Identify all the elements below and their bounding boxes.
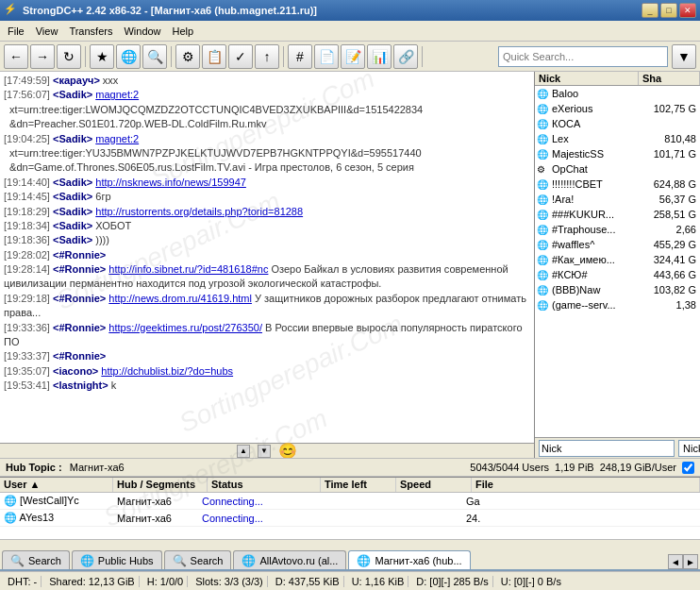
user-share: 258,51 G bbox=[637, 209, 698, 220]
tab-nav-right[interactable]: ► bbox=[683, 554, 698, 569]
user-icon: 🌐 bbox=[537, 300, 550, 311]
user-row[interactable]: 🌐КOCA bbox=[535, 116, 700, 131]
chat-scroll-controls: ▲ ▼ 😊 bbox=[0, 443, 534, 458]
toolbar-forward[interactable]: → bbox=[30, 44, 55, 69]
toolbar-finished[interactable]: ✓ bbox=[228, 44, 253, 69]
menu-file[interactable]: File bbox=[2, 24, 30, 39]
chat-panel: [17:49:59] <карауч> xxx [17:56:07] <Sadi… bbox=[0, 72, 535, 458]
user-row[interactable]: 🌐###KUKUR...258,51 G bbox=[535, 207, 700, 222]
th-user[interactable]: User ▲ bbox=[0, 478, 113, 492]
tab-search1-label: Search bbox=[28, 555, 61, 566]
user-filter-input[interactable] bbox=[539, 440, 675, 457]
user-nick: #КСЮ# bbox=[552, 269, 637, 280]
toolbar-queue[interactable]: 📋 bbox=[202, 44, 226, 69]
tab-search1[interactable]: 🔍 Search bbox=[2, 550, 70, 569]
toolbar-favorite[interactable]: ★ bbox=[90, 44, 114, 69]
chat-msg: [19:33:36] <#Ronnie> https://geektimes.r… bbox=[4, 321, 530, 350]
th-speed[interactable]: Speed bbox=[396, 478, 472, 492]
toolbar-sep2 bbox=[171, 46, 172, 67]
chat-link[interactable]: http://news.drom.ru/41619.html bbox=[108, 293, 252, 304]
user-row[interactable]: ⚙OpChat bbox=[535, 161, 700, 177]
menu-window[interactable]: Window bbox=[118, 24, 166, 39]
quick-search-dropdown[interactable]: ▼ bbox=[672, 44, 696, 69]
hub-user-share: 248,19 GiB/User bbox=[600, 462, 676, 473]
tr-user: 🌐 [WestCall]Yc bbox=[2, 495, 115, 507]
user-row[interactable]: 🌐#КСЮ#443,66 G bbox=[535, 267, 700, 282]
user-row[interactable]: 🌐#Как_имею...324,41 G bbox=[535, 252, 700, 267]
user-share: 1,38 bbox=[637, 299, 698, 311]
tab-allavtovo[interactable]: 🌐 AllAvtovo.ru (al... bbox=[233, 550, 346, 569]
user-row[interactable]: 🌐#Traphouse...2,66 bbox=[535, 222, 700, 237]
chat-link[interactable]: http://nsknews.info/news/159947 bbox=[95, 177, 246, 188]
scroll-down-btn[interactable]: ▼ bbox=[258, 445, 271, 458]
tab-pubhubs[interactable]: 🌐 Public Hubs bbox=[72, 550, 162, 569]
toolbar-filelists[interactable]: 📄 bbox=[314, 44, 339, 69]
tab-bar: 🔍 Search 🌐 Public Hubs 🔍 Search 🌐 AllAvt… bbox=[0, 550, 700, 571]
chat-link[interactable]: http://rustorrents.org/details.php?torid… bbox=[95, 206, 303, 217]
user-share: 324,41 G bbox=[637, 254, 698, 265]
user-icon: ⚙ bbox=[537, 164, 550, 175]
maximize-button[interactable]: □ bbox=[660, 3, 677, 18]
th-file[interactable]: File bbox=[472, 478, 700, 492]
user-nick: eXerious bbox=[552, 103, 637, 114]
chat-msg: [19:18:36] <Sadik> )))) bbox=[4, 233, 530, 247]
tr-user: 🌐 AYes13 bbox=[2, 512, 115, 524]
menu-view[interactable]: View bbox=[30, 24, 64, 39]
chat-link[interactable]: http://info.sibnet.ru/?id=481618#nc bbox=[108, 263, 268, 275]
chat-link[interactable]: magnet:2 bbox=[95, 133, 139, 144]
toolbar-search[interactable]: 🔍 bbox=[142, 44, 167, 69]
tr-hub: Магнит-ха6 bbox=[115, 496, 200, 507]
hub-status-bar: Hub Topic : Магнит-ха6 5043/5044 Users 1… bbox=[0, 458, 700, 477]
chat-link[interactable]: http://dchublist.biz/?do=hubs bbox=[101, 365, 233, 377]
toolbar-back[interactable]: ← bbox=[4, 44, 28, 69]
user-row[interactable]: 🌐MajesticSS101,71 G bbox=[535, 146, 700, 161]
user-row[interactable]: 🌐eXerious102,75 G bbox=[535, 101, 700, 116]
tab-search2[interactable]: 🔍 Search bbox=[164, 550, 232, 569]
menu-transfers[interactable]: Transfers bbox=[63, 24, 118, 39]
toolbar-reload[interactable]: ↻ bbox=[57, 44, 81, 69]
user-row[interactable]: 🌐!Ara!56,37 G bbox=[535, 192, 700, 207]
toolbar-sep3 bbox=[283, 46, 284, 67]
user-icon: 🌐 bbox=[537, 255, 550, 265]
toolbar-pubhubs[interactable]: 🌐 bbox=[116, 44, 141, 69]
chat-link[interactable]: magnet:2 bbox=[95, 89, 139, 100]
toolbar-net[interactable]: 🔗 bbox=[393, 44, 418, 69]
user-row[interactable]: 🌐Baloo bbox=[535, 86, 700, 101]
toolbar-hash[interactable]: # bbox=[288, 44, 312, 69]
user-row[interactable]: 🌐(BBB)Naw103,82 G bbox=[535, 282, 700, 297]
toolbar-upload[interactable]: ↑ bbox=[255, 44, 279, 69]
user-row[interactable]: 🌐#waffles^455,29 G bbox=[535, 237, 700, 252]
chat-msg: [19:28:02] <#Ronnie> bbox=[4, 248, 530, 262]
th-hub[interactable]: Hub / Segments bbox=[113, 478, 208, 492]
th-timeleft[interactable]: Time left bbox=[321, 478, 396, 492]
minimize-button[interactable]: _ bbox=[642, 3, 658, 18]
user-row[interactable]: 🌐Lex810,48 bbox=[535, 131, 700, 146]
th-status[interactable]: Status bbox=[208, 478, 321, 492]
user-row[interactable]: 🌐!!!!!!!!СВЕТ624,88 G bbox=[535, 177, 700, 192]
tab-magnet[interactable]: 🌐 Магнит-ха6 (hub... bbox=[348, 550, 470, 569]
toolbar-stats[interactable]: 📊 bbox=[367, 44, 392, 69]
menu-bar: File View Transfers Window Help bbox=[0, 21, 700, 42]
toolbar-settings[interactable]: ⚙ bbox=[175, 44, 200, 69]
quick-search-input[interactable] bbox=[498, 46, 668, 67]
user-panel: Nick Sha 🌐Baloo🌐eXerious102,75 G🌐КOCA🌐Le… bbox=[535, 72, 700, 458]
user-icon: 🌐 bbox=[537, 134, 550, 144]
hub-users: 5043/5044 Users bbox=[470, 462, 549, 473]
smiley-button[interactable]: 😊 bbox=[278, 442, 297, 458]
tab-nav-left[interactable]: ◄ bbox=[668, 554, 683, 569]
user-filter-dropdown[interactable]: Nick bbox=[678, 440, 700, 457]
close-button[interactable]: ✕ bbox=[679, 3, 696, 18]
user-share: 443,66 G bbox=[637, 269, 698, 280]
status-shared: Shared: 12,13 GiB bbox=[45, 576, 140, 587]
col-header-share[interactable]: Sha bbox=[639, 72, 700, 85]
toolbar-sep4 bbox=[422, 46, 423, 67]
quick-search-box: ▼ bbox=[498, 44, 696, 69]
scroll-up-btn[interactable]: ▲ bbox=[237, 445, 250, 458]
menu-help[interactable]: Help bbox=[167, 24, 200, 39]
toolbar-notepad[interactable]: 📝 bbox=[341, 44, 365, 69]
col-header-nick[interactable]: Nick bbox=[535, 72, 639, 85]
chat-link[interactable]: https://geektimes.ru/post/276350/ bbox=[108, 322, 262, 333]
user-nick: КOCA bbox=[552, 118, 637, 129]
user-row[interactable]: 🌐(game--serv...1,38 bbox=[535, 297, 700, 312]
hub-checkbox[interactable] bbox=[682, 462, 694, 474]
